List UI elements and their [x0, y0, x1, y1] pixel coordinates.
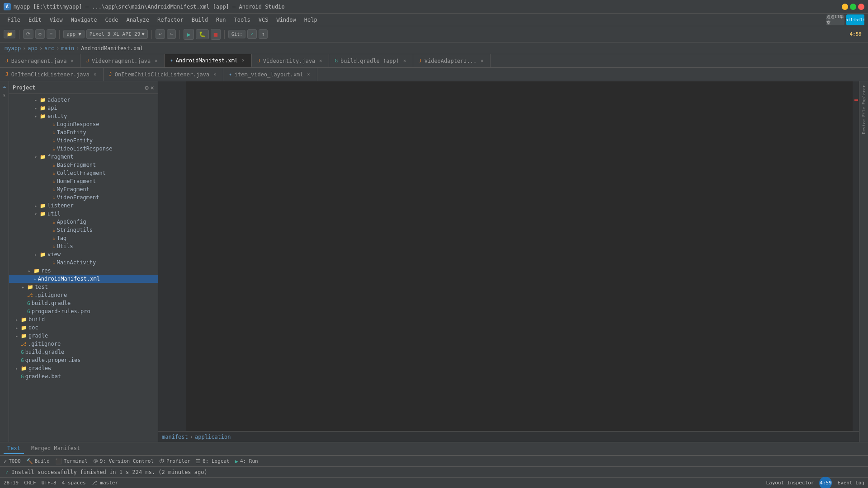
- device-selector[interactable]: Pixel 3 XL API 29 ▼: [86, 29, 148, 39]
- tree-item-tabentity[interactable]: ☕ TabEntity: [9, 128, 158, 136]
- tree-item--gitignore[interactable]: ⎇ .gitignore: [9, 291, 158, 299]
- sidebar-gear-icon[interactable]: ⚙: [145, 84, 148, 91]
- tab-videofragment[interactable]: J VideoFragment.java ×: [80, 54, 165, 67]
- tree-item-gradle-properties[interactable]: G gradle.properties: [9, 356, 158, 364]
- breadcrumb-app[interactable]: app: [28, 45, 38, 52]
- tab-merged-manifest[interactable]: Merged Manifest: [28, 443, 84, 454]
- menu-build[interactable]: Build: [188, 15, 212, 25]
- tree-item-doc[interactable]: ▸📁 doc: [9, 324, 158, 332]
- status-crlf[interactable]: CRLF: [24, 480, 36, 486]
- maximize-button[interactable]: [850, 4, 856, 10]
- tab-videofragment-close[interactable]: ×: [153, 58, 159, 64]
- avatar-circle[interactable]: 4:59: [819, 477, 832, 488]
- tree-item-videofragment[interactable]: ☕ VideoFragment: [9, 193, 158, 202]
- tab-androidmanifest-close[interactable]: ×: [241, 57, 246, 63]
- toolbar-project-btn[interactable]: 📁: [4, 30, 15, 38]
- toolbar-structure-btn[interactable]: ≡: [47, 29, 56, 39]
- tree-item-gradle[interactable]: ▸📁 gradle: [9, 332, 158, 340]
- status-charset[interactable]: UTF-8: [42, 480, 57, 486]
- tab-basefragment-close[interactable]: ×: [69, 58, 75, 64]
- tree-item-view[interactable]: ▸📁 view: [9, 250, 158, 258]
- tab-onitemchildclick-close[interactable]: ×: [212, 71, 217, 77]
- tree-item-gradlew[interactable]: ▸📁 gradlew: [9, 364, 158, 372]
- stop-btn[interactable]: ■: [211, 29, 221, 40]
- tree-item-videolistresponse[interactable]: ☕ VideoListResponse: [9, 145, 158, 153]
- debug-btn[interactable]: 🐛: [196, 29, 209, 39]
- menu-file[interactable]: File: [4, 15, 24, 25]
- menu-refactor[interactable]: Refactor: [154, 15, 187, 25]
- tree-item-videoentity[interactable]: ☕ VideoEntity: [9, 136, 158, 145]
- tab-androidmanifest[interactable]: ✦ AndroidManifest.xml ×: [165, 54, 252, 67]
- breadcrumb-src[interactable]: src: [44, 45, 54, 52]
- tree-item-build-gradle[interactable]: G build.gradle: [9, 348, 158, 356]
- tree-item-tag[interactable]: ☕ Tag: [9, 234, 158, 242]
- tab-itemvideolayout[interactable]: ✦ item_video_layout.xml ×: [223, 68, 317, 81]
- tree-item-test[interactable]: ▸📁 test: [9, 283, 158, 291]
- menu-edit[interactable]: Edit: [25, 15, 45, 25]
- git-btn[interactable]: Git:: [228, 30, 245, 38]
- run-config-selector[interactable]: app ▼: [63, 30, 85, 38]
- tab-text[interactable]: Text: [4, 443, 24, 454]
- tool-version-control[interactable]: ⑨ 9: Version Control: [93, 458, 154, 465]
- menu-analyze[interactable]: Analyze: [123, 15, 153, 25]
- tab-buildgradle[interactable]: G build.gradle (app) ×: [329, 54, 413, 67]
- menu-code[interactable]: Code: [102, 15, 122, 25]
- tree-item-util[interactable]: ▾📁 util: [9, 210, 158, 218]
- left-gutter-icon-1[interactable]: P: [1, 83, 8, 90]
- left-gutter-icon-2[interactable]: S: [1, 92, 8, 99]
- tree-item-entity[interactable]: ▾📁 entity: [9, 112, 158, 120]
- menu-view[interactable]: View: [46, 15, 66, 25]
- status-indent[interactable]: 4 spaces: [62, 480, 86, 486]
- tree-item-stringutils[interactable]: ☕ StringUtils: [9, 226, 158, 234]
- tree-item-utils[interactable]: ☕ Utils: [9, 242, 158, 250]
- tab-onitemclick-close[interactable]: ×: [92, 71, 98, 77]
- tab-videoadapter-close[interactable]: ×: [479, 58, 485, 64]
- tree-item-collectfragment[interactable]: ☕ CollectFragment: [9, 169, 158, 177]
- tree-item-basefragment[interactable]: ☕ BaseFragment: [9, 161, 158, 169]
- tree-item-androidmanifest-xml[interactable]: ✦ AndroidManifest.xml: [9, 275, 158, 283]
- tree-item-fragment[interactable]: ▾📁 fragment: [9, 153, 158, 161]
- tree-item-gradlew-bat[interactable]: G gradlew.bat: [9, 372, 158, 380]
- breadcrumb-manifest[interactable]: AndroidManifest.xml: [81, 45, 143, 52]
- menu-run[interactable]: Run: [212, 15, 230, 25]
- close-button[interactable]: [858, 4, 864, 10]
- tool-profiler[interactable]: ⏱ Profiler: [159, 458, 190, 465]
- tool-todo[interactable]: ✓ TODO: [4, 458, 21, 465]
- minimize-button[interactable]: [842, 4, 848, 10]
- tree-item-appconfig[interactable]: ☕ AppConfig: [9, 218, 158, 226]
- menu-tools[interactable]: Tools: [231, 15, 254, 25]
- tree-item-listener[interactable]: ▸📁 listener: [9, 202, 158, 210]
- tab-itemvideolayout-close[interactable]: ×: [306, 71, 311, 77]
- tab-onitemchildclick[interactable]: J OnItemChildClickListener.java ×: [104, 68, 223, 81]
- tree-item-res[interactable]: ▸📁 res: [9, 267, 158, 275]
- toolbar-sync-btn[interactable]: ⟳: [23, 29, 33, 39]
- status-branch[interactable]: ⎇ master: [91, 480, 118, 486]
- status-layout-inspector[interactable]: Layout Inspector: [766, 480, 814, 486]
- tab-videoadapter[interactable]: J VideoAdapterJ... ×: [413, 54, 491, 67]
- git-check-btn[interactable]: ✓: [247, 29, 257, 39]
- undo-btn[interactable]: ↩: [156, 29, 165, 39]
- code-area[interactable]: [186, 81, 853, 431]
- tree-item-myfragment[interactable]: ☕ MyFragment: [9, 185, 158, 193]
- window-controls[interactable]: [842, 4, 864, 10]
- tree-item-proguard-rules-pro[interactable]: G proguard-rules.pro: [9, 307, 158, 315]
- status-position[interactable]: 28:19: [4, 480, 19, 486]
- sidebar-close-icon[interactable]: ×: [151, 84, 154, 91]
- status-event-log[interactable]: Event Log: [837, 480, 864, 486]
- tool-build[interactable]: 🔨 Build: [26, 458, 50, 465]
- tree-item-adapter[interactable]: ▸📁 adapter: [9, 96, 158, 104]
- tab-videoentity-close[interactable]: ×: [318, 58, 323, 64]
- tab-basefragment[interactable]: J BaseFragment.java ×: [0, 54, 80, 67]
- breadcrumb-myapp[interactable]: myapp: [5, 45, 21, 52]
- tree-item-mainactivity[interactable]: ☕ MainActivity: [9, 258, 158, 267]
- run-btn[interactable]: ▶: [184, 29, 193, 40]
- tool-run[interactable]: ▶ 4: Run: [235, 458, 258, 465]
- tree-item-build[interactable]: ▸📁 build: [9, 315, 158, 324]
- tool-logcat[interactable]: ☰ 6: Logcat: [196, 458, 230, 465]
- device-file-explorer-tab[interactable]: Device File Explorer: [862, 85, 866, 134]
- tool-terminal[interactable]: ⬛ Terminal: [55, 458, 88, 465]
- tree-item-build-gradle[interactable]: G build.gradle: [9, 299, 158, 307]
- menu-help[interactable]: Help: [301, 15, 321, 25]
- menu-window[interactable]: Window: [273, 15, 299, 25]
- tab-onitemclick[interactable]: J OnItemClickListener.java ×: [0, 68, 104, 81]
